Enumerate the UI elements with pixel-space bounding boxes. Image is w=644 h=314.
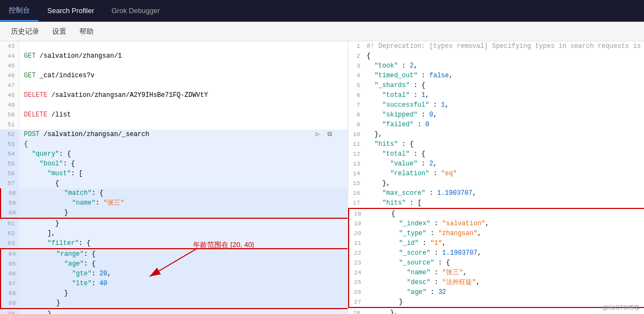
table-row: 23 "_source" : { [348, 258, 644, 268]
right-panel[interactable]: 1 #! Deprecation: [types removal] Specif… [348, 41, 644, 314]
table-row: 64 "range": { [0, 248, 348, 259]
table-row: 70 } [0, 309, 348, 314]
table-row: 3 "took" : 2, [348, 61, 644, 71]
table-row: 8 "skipped" : 0, [348, 110, 644, 120]
top-nav: 控制台 Search Profiler Grok Debugger [0, 0, 644, 22]
table-row: 68 } [0, 288, 348, 298]
table-row: 48 DELETE /salvation/zhangsan/A2Y9IHsBe7… [0, 90, 348, 100]
nav-label-console: 控制台 [9, 5, 30, 15]
table-row: 53 { [0, 139, 348, 149]
table-row: 18 { [348, 208, 644, 219]
table-row: 12 "total" : { [348, 149, 644, 159]
table-row: 49 [0, 100, 348, 110]
table-row: 69 } [0, 298, 348, 309]
main-content: 43 44 GET /salvation/zhangsan/1 45 46 GE… [0, 41, 644, 314]
table-row: 14 "relation" : "eq" [348, 169, 644, 178]
table-row: 58 "match": { [0, 188, 348, 198]
table-row: 19 "_index" : "salvation", [348, 219, 644, 229]
left-panel[interactable]: 43 44 GET /salvation/zhangsan/1 45 46 GE… [0, 41, 348, 314]
table-row: 61 } [0, 219, 348, 229]
table-row: 51 [0, 120, 348, 130]
table-row: 50 DELETE /list [0, 110, 348, 120]
table-row: 67 "lte": 40 [0, 279, 348, 288]
table-row: 56 "must": [ [0, 169, 348, 178]
table-row: 66 "gte": 20, [0, 269, 348, 279]
table-row: 26 "age" : 32 [348, 287, 644, 297]
table-row: 28 }, [348, 308, 644, 314]
table-row: 47 [0, 81, 348, 90]
table-row: 13 "value" : 2, [348, 159, 644, 169]
table-row: 43 [0, 41, 348, 51]
output-editor: 1 #! Deprecation: [types removal] Specif… [348, 41, 644, 314]
table-row: 54 "query": { [0, 149, 348, 159]
table-row: 21 "_id" : "1", [348, 238, 644, 248]
line-actions: ▷ ⧉ [313, 130, 337, 139]
nav-help[interactable]: 帮助 [73, 22, 100, 41]
table-row: 60 } [0, 208, 348, 219]
nav-label-search-profiler: Search Profiler [47, 7, 94, 15]
nav-item-console[interactable]: 控制台 [0, 0, 39, 21]
table-row: 62 ], [0, 229, 348, 238]
table-row: 59 "name": "张三" [0, 198, 348, 208]
table-row: 16 "max_score" : 1.1903707, [348, 188, 644, 198]
secondary-nav: 历史记录 设置 帮助 [0, 22, 644, 41]
nav-item-search-profiler[interactable]: Search Profiler [39, 0, 103, 21]
table-row: 46 GET _cat/indices?v [0, 71, 348, 81]
table-row: 9 "failed" : 0 [348, 120, 644, 130]
nav-item-grok-debugger[interactable]: Grok Debugger [103, 0, 169, 21]
table-row: 4 "timed_out" : false, [348, 71, 644, 81]
query-header-line: 52 POST /salvation/zhangsan/_search ▷ ⧉ [0, 130, 348, 139]
table-row: 6 "total" : 1, [348, 90, 644, 100]
table-row: 55 "bool": { [0, 159, 348, 169]
table-row: 10 }, [348, 130, 644, 139]
table-row: 17 "hits" : [ [348, 198, 644, 208]
run-button[interactable]: ▷ [313, 130, 323, 139]
table-row: 57 { [0, 178, 348, 188]
table-row: 25 "desc" : "法外狂徒", [348, 278, 644, 287]
table-row: 5 "_shards" : { [348, 81, 644, 90]
watermark: @51CTO博客 [603, 304, 640, 312]
table-row: 65 "age": { [0, 259, 348, 269]
nav-settings[interactable]: 设置 [46, 22, 73, 41]
table-row: 2 { [348, 51, 644, 61]
table-row: 45 [0, 61, 348, 71]
nav-history[interactable]: 历史记录 [4, 22, 46, 41]
nav-label-grok-debugger: Grok Debugger [112, 7, 160, 15]
table-row: 7 "successful" : 1, [348, 100, 644, 110]
table-row: 15 }, [348, 178, 644, 188]
table-row: 22 "_score" : 1.1903707, [348, 248, 644, 258]
code-editor[interactable]: 43 44 GET /salvation/zhangsan/1 45 46 GE… [0, 41, 348, 314]
table-row: 63 "filter": { [0, 238, 348, 248]
table-row: 11 "hits" : { [348, 139, 644, 149]
table-row: 27 } [348, 297, 644, 308]
table-row: 1 #! Deprecation: [types removal] Specif… [348, 41, 644, 51]
copy-button[interactable]: ⧉ [325, 130, 335, 139]
table-row: 24 "name" : "张三", [348, 268, 644, 278]
table-row: 20 "_type" : "zhangsan", [348, 229, 644, 238]
table-row: 44 GET /salvation/zhangsan/1 [0, 51, 348, 61]
